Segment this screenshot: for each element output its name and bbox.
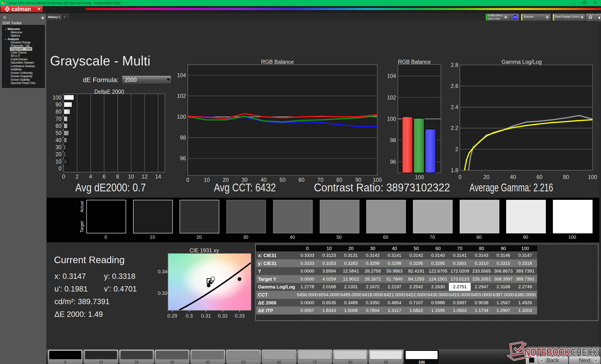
- svg-text:40: 40: [55, 137, 61, 143]
- svg-text:2.4: 2.4: [451, 104, 458, 110]
- svg-text:60: 60: [536, 174, 542, 180]
- svg-text:90: 90: [55, 102, 61, 108]
- svg-text:0.32: 0.32: [218, 313, 228, 319]
- svg-text:0.33: 0.33: [235, 313, 245, 319]
- svg-text:2.8: 2.8: [451, 62, 458, 68]
- svg-text:102: 102: [177, 93, 186, 99]
- svg-text:102: 102: [387, 95, 396, 101]
- svg-text:50: 50: [280, 177, 286, 183]
- svg-text:4: 4: [89, 173, 92, 180]
- svg-text:0: 0: [186, 177, 190, 183]
- svg-text:30: 30: [55, 144, 61, 150]
- svg-text:2.6: 2.6: [451, 83, 458, 89]
- svg-text:20: 20: [483, 174, 490, 180]
- svg-text:104: 104: [387, 73, 396, 79]
- svg-text:0.32: 0.32: [158, 290, 167, 296]
- svg-text:100: 100: [177, 114, 186, 120]
- svg-text:104: 104: [177, 72, 186, 78]
- svg-text:0: 0: [59, 166, 61, 172]
- svg-text:2.2: 2.2: [451, 125, 458, 131]
- svg-text:96: 96: [180, 155, 186, 161]
- svg-text:70: 70: [55, 116, 61, 122]
- svg-text:2: 2: [76, 173, 79, 180]
- svg-text:0.3: 0.3: [186, 313, 193, 319]
- svg-text:100: 100: [588, 174, 597, 180]
- svg-text:10: 10: [55, 159, 61, 165]
- svg-text:8: 8: [116, 173, 119, 180]
- svg-text:80: 80: [563, 174, 569, 180]
- svg-text:1.8: 1.8: [451, 167, 458, 173]
- svg-text:2: 2: [455, 146, 458, 152]
- svg-text:10: 10: [204, 177, 210, 183]
- svg-text:100: 100: [53, 95, 61, 101]
- svg-text:6: 6: [103, 173, 106, 180]
- svg-text:60: 60: [55, 123, 61, 129]
- svg-text:14: 14: [155, 173, 161, 180]
- svg-text:100: 100: [415, 174, 424, 180]
- svg-text:100: 100: [387, 116, 396, 122]
- svg-text:0: 0: [459, 174, 461, 180]
- svg-text:98: 98: [390, 137, 396, 143]
- svg-text:80: 80: [55, 109, 61, 115]
- svg-text:20: 20: [55, 151, 61, 157]
- svg-text:96: 96: [390, 159, 396, 165]
- svg-text:40: 40: [510, 174, 516, 180]
- svg-text:98: 98: [180, 135, 186, 141]
- svg-text:50: 50: [55, 130, 61, 136]
- svg-text:0: 0: [62, 173, 65, 180]
- svg-text:12: 12: [141, 173, 148, 180]
- svg-text:60: 60: [298, 177, 304, 183]
- svg-text:0.34: 0.34: [158, 269, 167, 274]
- svg-text:10: 10: [128, 173, 134, 180]
- svg-text:0.29: 0.29: [167, 313, 177, 319]
- svg-text:0.31: 0.31: [201, 313, 211, 319]
